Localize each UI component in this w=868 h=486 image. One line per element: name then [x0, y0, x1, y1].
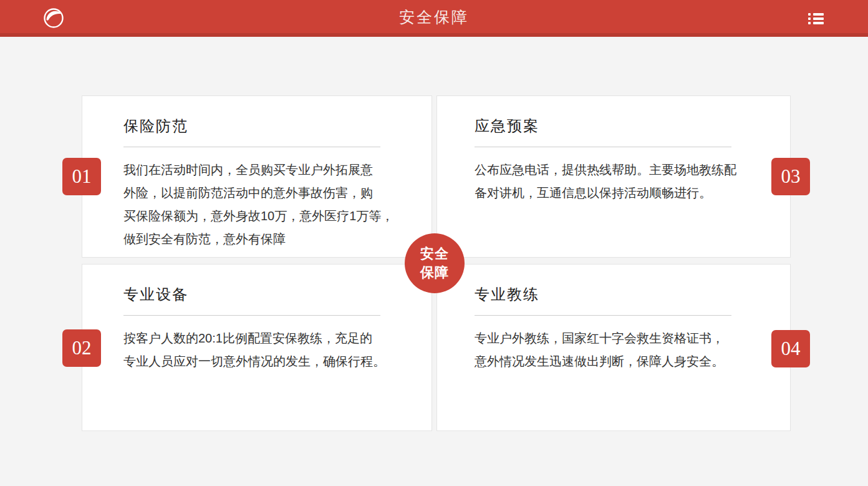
card-insurance-prevention: 保险防范 我们在活动时间内，全员购买专业户外拓展意 外险，以提前防范活动中的意外…	[82, 95, 432, 258]
card-emergency-plan: 应急预案 公布应急电话，提供热线帮助。主要场地教练配 备对讲机，互通信息以保持活…	[436, 95, 791, 258]
page-title: 安全保障	[0, 0, 868, 34]
card-body-text: 我们在活动时间内，全员购买专业户外拓展意 外险，以提前防范活动中的意外事故伤害，…	[123, 158, 432, 251]
card-body-text: 公布应急电话，提供热线帮助。主要场地教练配 备对讲机，互通信息以保持活动顺畅进行…	[475, 158, 790, 205]
card-title: 应急预案	[475, 116, 790, 136]
card-title: 专业教练	[475, 284, 790, 304]
card-professional-coach: 专业教练 专业户外教练，国家红十字会救生资格证书， 意外情况发生迅速做出判断，保…	[436, 264, 791, 431]
card-body-text: 专业户外教练，国家红十字会救生资格证书， 意外情况发生迅速做出判断，保障人身安全…	[475, 327, 790, 373]
card-title: 专业设备	[123, 284, 432, 304]
number-badge-01: 01	[62, 158, 101, 195]
card-title: 保险防范	[123, 116, 432, 136]
card-divider	[475, 315, 731, 316]
list-menu-icon[interactable]	[808, 13, 824, 24]
card-professional-equipment: 专业设备 按客户人数的20:1比例配置安保教练，充足的 专业人员应对一切意外情况…	[82, 264, 432, 431]
card-divider	[123, 315, 380, 316]
card-body-text: 按客户人数的20:1比例配置安保教练，充足的 专业人员应对一切意外情况的发生，确…	[123, 327, 432, 373]
number-badge-03: 03	[771, 158, 810, 195]
card-divider	[123, 147, 380, 147]
number-badge-04: 04	[771, 330, 810, 367]
number-badge-02: 02	[62, 329, 101, 367]
center-safety-circle-badge: 安全 保障	[405, 233, 465, 293]
header-bar: 安全保障	[0, 0, 868, 37]
card-divider	[475, 147, 731, 147]
